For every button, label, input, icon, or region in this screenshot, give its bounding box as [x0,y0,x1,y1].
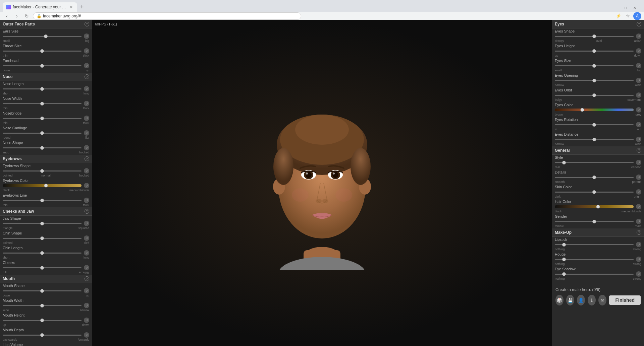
slider-reset-button[interactable]: ↺ [84,235,89,241]
slider-reset-button[interactable]: ↺ [84,318,89,323]
slider-reset-button[interactable]: ↺ [84,145,89,150]
slider-row: Eyes Size↺smallbig [552,58,644,73]
slider-reset-button[interactable]: ↺ [636,257,641,262]
slider-reset-button[interactable]: ↺ [636,33,641,39]
slider-reset-button[interactable]: ↺ [84,198,89,203]
slider-reset-button[interactable]: ↺ [84,168,89,174]
save-icon-button[interactable]: 💾 [566,295,574,305]
url-bar[interactable]: 🔒 facemaker.uvrg.org/# [33,12,301,20]
slider-input[interactable] [3,266,82,270]
slider-input[interactable] [555,243,634,247]
slider-input[interactable] [555,123,634,127]
reload-button[interactable]: ↻ [23,12,31,20]
slider-input[interactable] [3,303,82,307]
finished-button[interactable]: Finished [609,295,641,305]
slider-input[interactable] [3,236,82,240]
slider-reset-button[interactable]: ↺ [84,48,89,54]
slider-reset-button[interactable]: ↺ [84,116,89,121]
slider-input[interactable] [3,101,82,106]
nose-help-icon[interactable]: ? [85,74,89,79]
slider-input[interactable] [3,221,82,225]
slider-reset-button[interactable]: ↺ [636,242,641,247]
back-button[interactable]: ‹ [3,12,11,20]
slider-reset-button[interactable]: ↺ [636,271,641,277]
slider-input[interactable] [3,87,82,91]
slider-input[interactable] [555,137,634,141]
slider-input[interactable] [3,49,82,53]
slider-reset-button[interactable]: ↺ [84,221,89,226]
eyebrows-help-icon[interactable]: ? [85,156,89,161]
extensions-button[interactable]: ⚡ [614,12,623,20]
slider-reset-button[interactable]: ↺ [636,122,641,127]
slider-reset-button[interactable]: ↺ [636,92,641,98]
slider-input[interactable] [555,64,634,68]
slider-reset-button[interactable]: ↺ [636,204,641,209]
mouth-help-icon[interactable]: ? [85,276,89,281]
slider-input[interactable] [3,116,82,120]
slider-input[interactable] [3,131,82,135]
slider-reset-button[interactable]: ↺ [636,175,641,180]
eyes-help-icon[interactable]: ? [637,22,641,26]
slider-reset-button[interactable]: ↺ [636,189,641,195]
slider-input[interactable] [555,257,634,261]
slider-range-labels: droopyovalasian [555,39,641,43]
slider-reset-button[interactable]: ↺ [84,101,89,106]
general-help-icon[interactable]: ? [637,148,641,153]
slider-input[interactable] [555,190,634,194]
slider-reset-button[interactable]: ↺ [84,183,89,188]
slider-input[interactable] [555,219,634,223]
cheeks-help-icon[interactable]: ? [85,209,89,214]
minimize-button[interactable]: ─ [612,4,620,12]
forward-button[interactable]: › [13,12,21,20]
slider-input[interactable] [555,272,634,276]
slider-reset-button[interactable]: ↺ [84,33,89,39]
close-button[interactable]: ✕ [631,4,639,12]
slider-input[interactable] [3,34,82,38]
share-icon-button[interactable]: ✉ [598,295,606,305]
slider-reset-button[interactable]: ↺ [84,332,89,338]
makeup-help-icon[interactable]: ? [637,230,641,235]
info-icon-button[interactable]: ℹ [588,295,596,305]
color-slider-thumb[interactable] [44,184,48,188]
profile-icon-button[interactable]: 👤 [577,295,585,305]
slider-input[interactable] [3,169,82,173]
profile-button[interactable]: A [633,12,641,20]
slider-input[interactable] [3,198,82,202]
slider-reset-button[interactable]: ↺ [636,78,641,83]
outer-face-help-icon[interactable]: ? [85,22,89,26]
slider-reset-button[interactable]: ↺ [636,48,641,54]
slider-reset-button[interactable]: ↺ [636,219,641,224]
color-slider-thumb[interactable] [596,205,600,209]
new-tab-button[interactable]: + [77,2,87,12]
slider-input[interactable] [555,160,634,164]
slider-input[interactable] [555,34,634,38]
slider-reset-button[interactable]: ↺ [84,265,89,270]
slider-input[interactable] [3,318,82,322]
slider-reset-button[interactable]: ↺ [84,130,89,136]
slider-reset-button[interactable]: ↺ [84,288,89,293]
active-tab[interactable]: faceMaker - Generate your favo... ✕ [3,2,77,12]
bookmark-button[interactable]: ☆ [624,12,632,20]
slider-input[interactable] [3,64,82,68]
maximize-button[interactable]: □ [621,4,629,12]
slider-input[interactable] [555,175,634,179]
slider-reset-button[interactable]: ↺ [84,63,89,68]
slider-input[interactable] [555,93,634,97]
slider-reset-button[interactable]: ↺ [84,86,89,91]
slider-range-labels: shortlong [3,92,89,95]
tab-close-button[interactable]: ✕ [68,4,74,10]
slider-input[interactable] [3,289,82,293]
slider-reset-button[interactable]: ↺ [636,63,641,68]
slider-reset-button[interactable]: ↺ [636,137,641,142]
slider-input[interactable] [555,78,634,82]
color-slider-thumb[interactable] [581,108,584,112]
slider-input[interactable] [3,333,82,337]
slider-reset-button[interactable]: ↺ [84,303,89,308]
slider-reset-button[interactable]: ↺ [636,107,641,113]
slider-reset-button[interactable]: ↺ [636,160,641,165]
slider-input[interactable] [555,49,634,53]
random-icon-button[interactable]: 🎲 [555,295,564,305]
slider-input[interactable] [3,251,82,255]
slider-input[interactable] [3,146,82,150]
slider-reset-button[interactable]: ↺ [84,250,89,256]
